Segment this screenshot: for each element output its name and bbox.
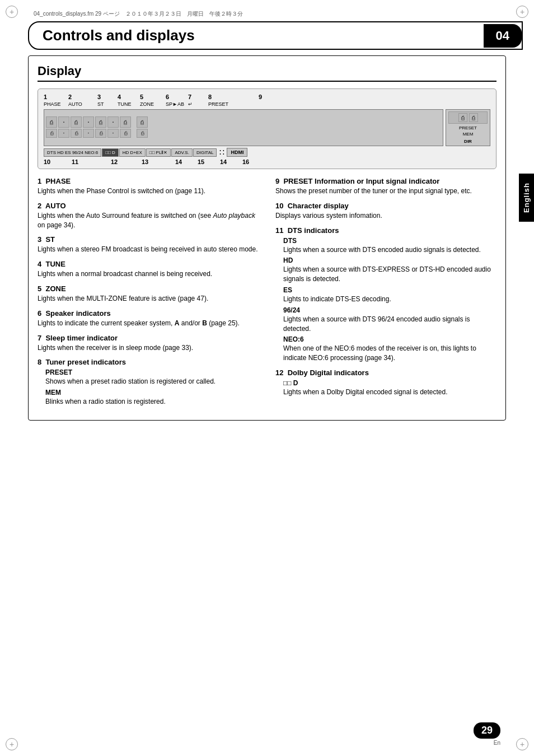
diag-num-3: 3 bbox=[97, 94, 118, 100]
diag-label-sp: SP►AB bbox=[166, 101, 188, 107]
diag-label-tune: TUNE bbox=[118, 101, 140, 107]
desc-sub-title-es: ES bbox=[283, 286, 496, 294]
lcd-char-2: · bbox=[58, 116, 69, 128]
desc-item-3: 3 ST Lights when a stereo FM broadcast i… bbox=[38, 235, 259, 254]
desc-title-11: 11 DTS indicators bbox=[275, 226, 496, 235]
desc-sub-11: DTS Lights when a source with DTS encode… bbox=[283, 237, 496, 363]
display-section: Display 1 2 3 4 5 6 7 8 9 PHASE AUTO ST … bbox=[28, 55, 506, 421]
diag-num-15: 15 bbox=[198, 158, 220, 165]
file-info: 04_controls_displays.fm 29 ページ ２０１０年３月２３… bbox=[34, 10, 523, 18]
lcd-char2-7: ⎙ bbox=[120, 129, 131, 138]
lcd-char2-4: · bbox=[83, 129, 94, 138]
desc-text-1: Lights when the Phase Control is switche… bbox=[38, 186, 259, 196]
desc-text-5: Lights when the MULTI-ZONE feature is ac… bbox=[38, 294, 259, 304]
preset-seg-1: ⎙ bbox=[458, 113, 467, 122]
diag-num-13: 13 bbox=[142, 158, 175, 165]
desc-text-10: Displays various system infomation. bbox=[275, 211, 496, 221]
diag-label-auto: AUTO bbox=[68, 101, 97, 107]
desc-item-11: 11 DTS indicators DTS Lights when a sour… bbox=[275, 226, 496, 363]
ind-dts: DTS HD ES 96/24 NEO:6 bbox=[44, 148, 101, 157]
desc-sub-title-preset: PRESET bbox=[45, 368, 259, 376]
preset-label-mem: MEM bbox=[463, 132, 474, 137]
ind-advs: ADV.S. bbox=[171, 148, 193, 157]
indicator-strip: DTS HD ES 96/24 NEO:6 □□ D HD D+EX □□ PL… bbox=[44, 148, 490, 157]
lcd-char2-5: ⎙ bbox=[95, 129, 106, 138]
ind-dd: □□ D bbox=[102, 148, 119, 157]
desc-title-6: 6 Speaker indicators bbox=[38, 309, 259, 318]
desc-title-12: 12 Dolby Digital indicators bbox=[275, 368, 496, 377]
desc-sub-12: □□ D Lights when a Dolby Digital encoded… bbox=[283, 379, 496, 397]
desc-sub-text-hd: Lights when a source with DTS-EXPRESS or… bbox=[283, 265, 496, 284]
desc-text-4: Lights when a normal broadcast channel i… bbox=[38, 269, 259, 279]
preset-inner: ⎙ ⎙ bbox=[448, 111, 488, 124]
desc-item-4: 4 TUNE Lights when a normal broadcast ch… bbox=[38, 260, 259, 279]
main-content: Display 1 2 3 4 5 6 7 8 9 PHASE AUTO ST … bbox=[0, 50, 534, 436]
desc-sub-text-mem: Blinks when a radio station is registere… bbox=[45, 397, 259, 407]
diag-num-10: 10 bbox=[44, 158, 72, 165]
lcd-char-8: ⎙ bbox=[137, 116, 148, 128]
bottom-nums-row: 10 11 12 13 14 15 14 16 bbox=[44, 158, 490, 165]
diag-main-row: ⎙ · ⎙ · ⎙ · ⎙ ⎙ ⎙ · ⎙ · bbox=[44, 109, 490, 146]
desc-sub-text-dts: Lights when a source with DTS encoded au… bbox=[283, 245, 496, 255]
desc-item-7: 7 Sleep timer indicator Lights when the … bbox=[38, 334, 259, 353]
desc-col-right: 9 PRESET Information or Input signal ind… bbox=[275, 177, 496, 412]
page-header: 04_controls_displays.fm 29 ページ ２０１０年３月２３… bbox=[0, 0, 534, 50]
diag-num-8: 8 bbox=[208, 94, 259, 100]
desc-item-12: 12 Dolby Digital indicators □□ D Lights … bbox=[275, 368, 496, 397]
desc-item-1: 1 PHASE Lights when the Phase Control is… bbox=[38, 177, 259, 196]
diag-num-4: 4 bbox=[118, 94, 140, 100]
diag-num-2: 2 bbox=[68, 94, 97, 100]
desc-sub-title-mem: MEM bbox=[45, 389, 259, 396]
desc-sub-text-neo6: When one of the NEO:6 modes of the recei… bbox=[283, 344, 496, 363]
lcd-char-4: · bbox=[83, 116, 94, 128]
desc-text-3: Lights when a stereo FM broadcast is bei… bbox=[38, 245, 259, 254]
lcd-char-3: ⎙ bbox=[71, 116, 82, 128]
display-diagram: 1 2 3 4 5 6 7 8 9 PHASE AUTO ST TUNE ZON… bbox=[38, 88, 496, 169]
desc-sub-8: PRESET Shows when a preset radio station… bbox=[45, 368, 259, 407]
lcd-char2-2: · bbox=[58, 129, 69, 138]
chapter-number: 04 bbox=[484, 24, 522, 48]
desc-text-2: Lights when the Auto Surround feature is… bbox=[38, 211, 259, 230]
desc-title-10: 10 Character display bbox=[275, 202, 496, 210]
side-preset-box: ⎙ ⎙ PRESET MEM DIR bbox=[446, 109, 490, 146]
description-columns: 1 PHASE Lights when the Phase Control is… bbox=[38, 177, 496, 412]
lcd-char2-1: ⎙ bbox=[46, 129, 57, 138]
reg-mark-br bbox=[516, 738, 528, 750]
desc-title-5: 5 ZONE bbox=[38, 284, 259, 293]
diag-label-arrow: ↵ bbox=[188, 101, 208, 107]
diag-num-11: 11 bbox=[72, 158, 111, 165]
desc-title-4: 4 TUNE bbox=[38, 260, 259, 268]
desc-text-6: Lights to indicate the current speaker s… bbox=[38, 319, 259, 328]
display-heading: Display bbox=[38, 64, 496, 82]
ind-plii: □□ PLⅡ✕ bbox=[146, 148, 171, 157]
page-en-label: En bbox=[494, 740, 500, 746]
desc-text-9: Shows the preset number of the tuner or … bbox=[275, 186, 496, 196]
ind-dots: ∷ bbox=[219, 148, 224, 157]
diag-label-preset: PRESET bbox=[208, 101, 237, 107]
desc-title-2: 2 AUTO bbox=[38, 202, 259, 210]
lcd-char-6: · bbox=[107, 116, 119, 128]
desc-title-9: 9 PRESET Information or Input signal ind… bbox=[275, 177, 496, 185]
lcd-char2-6: · bbox=[107, 129, 119, 138]
lcd-char2-3: ⎙ bbox=[71, 129, 82, 138]
diag-num-7: 7 bbox=[188, 94, 208, 100]
preset-seg-2: ⎙ bbox=[469, 113, 478, 122]
ind-hd-dex: HD D+EX bbox=[119, 148, 146, 157]
desc-item-6: 6 Speaker indicators Lights to indicate … bbox=[38, 309, 259, 328]
reg-mark-bl bbox=[6, 738, 18, 750]
preset-label-dir: DIR bbox=[464, 139, 472, 144]
desc-sub-title-ddd: □□ D bbox=[283, 379, 496, 387]
desc-item-10: 10 Character display Displays various sy… bbox=[275, 202, 496, 221]
diag-num-12: 12 bbox=[111, 158, 142, 165]
desc-sub-text-preset: Shows when a preset radio station is reg… bbox=[45, 377, 259, 386]
page-footer: 29 En bbox=[474, 722, 500, 746]
desc-col-left: 1 PHASE Lights when the Phase Control is… bbox=[38, 177, 259, 412]
diag-num-16: 16 bbox=[242, 158, 259, 165]
lcd-char-7: ⎙ bbox=[120, 116, 131, 128]
lcd-char-1: ⎙ bbox=[46, 116, 57, 128]
desc-title-8: 8 Tuner preset indicators bbox=[38, 358, 259, 366]
desc-item-9: 9 PRESET Information or Input signal ind… bbox=[275, 177, 496, 196]
page-number: 29 bbox=[474, 722, 500, 739]
diag-num-6: 6 bbox=[166, 94, 188, 100]
desc-title-3: 3 ST bbox=[38, 235, 259, 244]
